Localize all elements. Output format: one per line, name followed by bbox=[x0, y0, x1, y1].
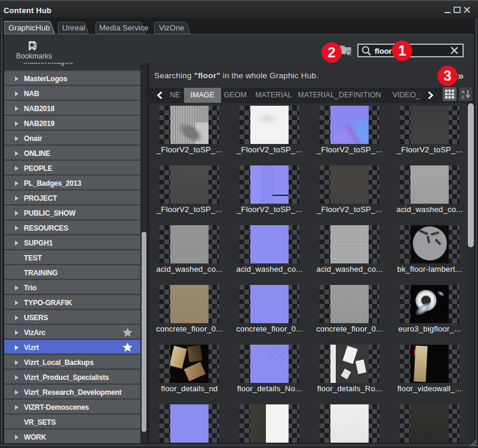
svg-text:A: A bbox=[461, 89, 465, 94]
svg-text:Unreal: Unreal bbox=[62, 23, 85, 32]
svg-text:Z: Z bbox=[461, 94, 464, 100]
svg-text:VizOne: VizOne bbox=[159, 23, 184, 32]
svg-text:Media Service: Media Service bbox=[99, 23, 148, 32]
svg-text:GraphicHub: GraphicHub bbox=[8, 23, 50, 32]
